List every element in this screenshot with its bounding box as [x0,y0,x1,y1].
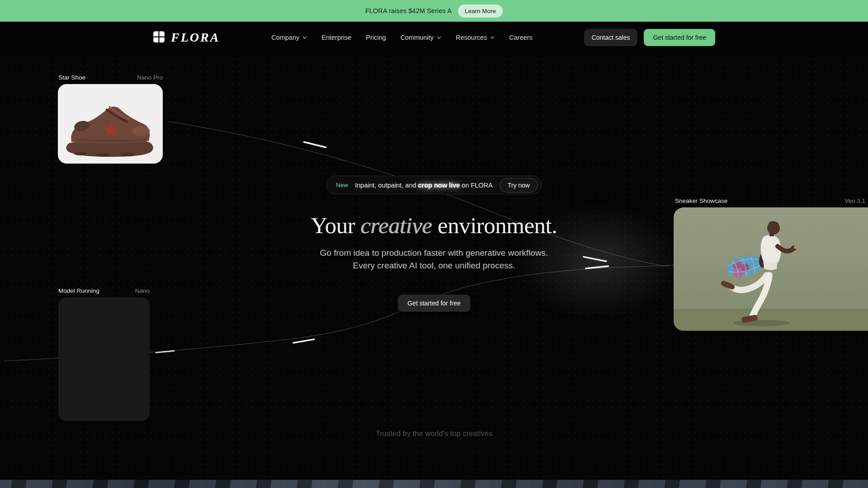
get-started-hero-button[interactable]: Get started for free [398,295,470,312]
flora-landing-page: FLORA raises $42M Series A Learn More FL… [0,0,868,488]
nav-item-company[interactable]: Company [271,34,307,41]
contact-sales-button[interactable]: Contact sales [584,29,638,46]
announcement-text-pre: Inpaint, outpaint, and [355,182,418,189]
nav-item-pricing[interactable]: Pricing [366,34,386,41]
banner-text: FLORA raises $42M Series A [365,7,452,14]
hero-title-post: environment. [432,213,557,238]
sneaker-showcase-label-row: Sneaker Showcase Veo 3.1 [675,197,865,204]
new-badge: New [336,182,348,188]
card-model-badge: Nano [135,287,150,294]
nav-item-community[interactable]: Community [401,34,441,41]
chevron-down-icon [490,36,495,39]
star-shoe-card[interactable] [58,84,163,164]
announcement-banner: FLORA raises $42M Series A Learn More [0,0,868,22]
hero-subtitle-line2: Every creative AI tool, one unified proc… [0,259,868,272]
chevron-down-icon [302,36,307,39]
nav-item-label: Pricing [366,34,386,41]
nav-item-label: Company [271,34,299,41]
top-navigation: FLORA Company Enterprise Pricing Communi… [0,22,868,53]
card-title: Star Shoe [58,74,85,81]
card-model-badge: Nano Pro [137,74,163,81]
chevron-down-icon [437,36,441,39]
hero-title-emphasis: creative [360,213,432,238]
learn-more-button[interactable]: Learn More [458,5,503,18]
card-title: Sneaker Showcase [675,197,727,204]
nav-item-label: Enterprise [321,34,351,41]
flora-logo[interactable]: FLORA [153,30,220,45]
hero-subtitle-line1: Go from idea to production faster with g… [0,247,868,259]
nav-cta-group: Contact sales Get started for free [584,29,715,46]
nav-links: Company Enterprise Pricing Community Res… [271,34,533,41]
flora-wordmark: FLORA [171,30,220,45]
nav-item-careers[interactable]: Careers [509,34,533,41]
nav-item-label: Resources [456,34,487,41]
feature-announcement-pill: New Inpaint, outpaint, and crop now live… [326,176,542,194]
trusted-by-text: Trusted by the world's top creatives [0,429,868,438]
card-title: Model Running [58,287,99,294]
try-now-button[interactable]: Try now [500,178,538,192]
announcement-text-post: on FLORA [460,182,493,189]
nav-item-resources[interactable]: Resources [456,34,495,41]
nav-item-label: Community [401,34,434,41]
next-section-preview [0,480,868,488]
announcement-text: Inpaint, outpaint, and crop now live on … [355,182,493,189]
hero-subtitle: Go from idea to production faster with g… [0,247,868,272]
nav-item-enterprise[interactable]: Enterprise [321,34,351,41]
hero-title-pre: Your [311,213,360,238]
card-model-badge: Veo 3.1 [844,197,865,204]
announcement-text-highlight: crop now live [418,182,460,189]
model-running-label-row: Model Running Nano [58,287,150,294]
flora-logo-icon [153,31,165,45]
nav-item-label: Careers [509,34,533,41]
hero-title: Your creative environment. [0,212,868,239]
get-started-nav-button[interactable]: Get started for free [644,29,715,46]
sneaker-image [58,84,163,164]
model-running-card[interactable] [58,297,150,421]
hero-section: Star Shoe Nano Pro Model Runnin [0,53,868,480]
star-shoe-label-row: Star Shoe Nano Pro [58,74,163,81]
